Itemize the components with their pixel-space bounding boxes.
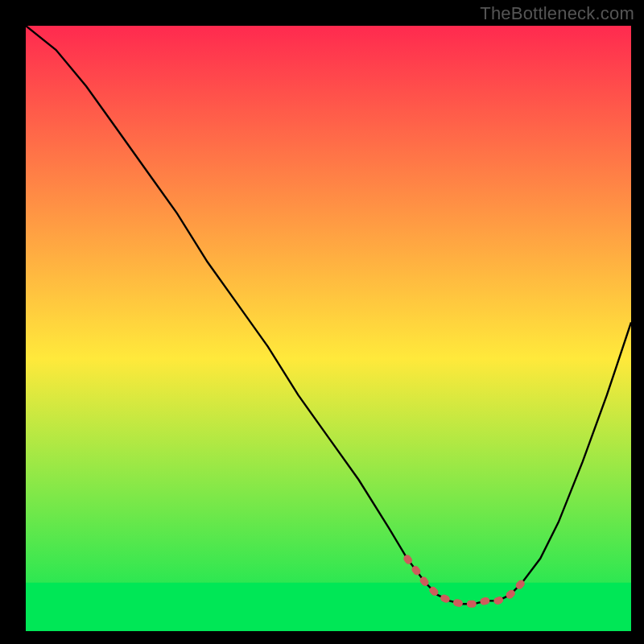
chart-container: TheBottleneck.com — [0, 0, 644, 644]
watermark-text: TheBottleneck.com — [480, 3, 634, 24]
gradient-background — [26, 26, 631, 631]
green-band — [26, 583, 631, 631]
plot-area — [26, 26, 631, 631]
chart-svg — [26, 26, 631, 631]
